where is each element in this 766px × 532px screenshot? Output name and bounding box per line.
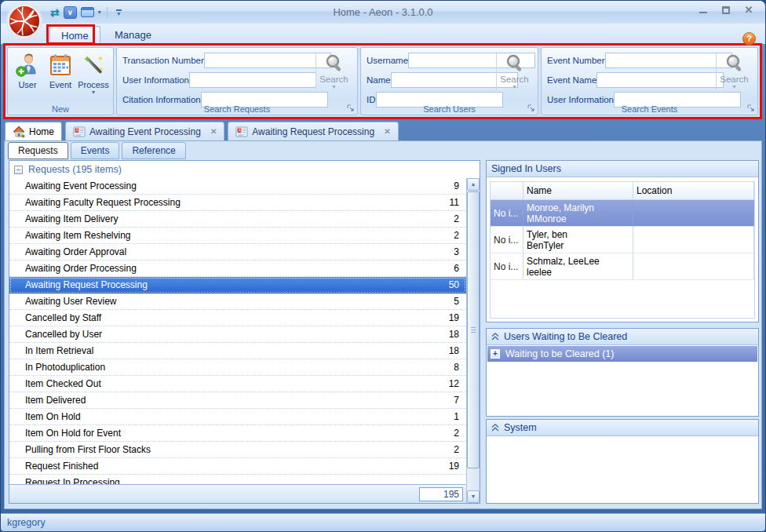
transaction-number-input[interactable]	[204, 53, 331, 68]
close-button[interactable]: ✕	[743, 5, 754, 16]
event-user-information-label: User Information	[547, 95, 614, 104]
list-item[interactable]: Awaiting Event Processing9	[9, 178, 466, 195]
event-number-input[interactable]	[605, 53, 732, 68]
new-event-button[interactable]: Event	[44, 50, 77, 95]
system-header[interactable]: System	[487, 420, 758, 436]
event-name-input[interactable]	[596, 72, 724, 88]
toolbar-divider	[107, 7, 108, 18]
requests-group-header[interactable]: − Requests (195 items)	[9, 161, 466, 178]
request-document-icon: A	[73, 126, 86, 138]
new-user-label: User	[18, 80, 36, 89]
tab-events[interactable]: Events	[71, 142, 120, 159]
queue-icon[interactable]: ∨	[64, 6, 77, 19]
close-tab-icon[interactable]: ✕	[384, 127, 390, 136]
minimize-button[interactable]	[698, 5, 709, 16]
list-item[interactable]: Item Delivered7	[9, 392, 466, 409]
list-item[interactable]: Pulling from First Floor Stacks2	[9, 442, 466, 458]
list-item[interactable]: Awaiting Item Delivery2	[9, 211, 466, 228]
doc-tab-home[interactable]: Home	[5, 122, 62, 140]
new-process-button[interactable]: Process ▾	[77, 50, 110, 95]
dialog-launcher-icon[interactable]	[347, 104, 355, 112]
search-dropdown-icon: ▾	[512, 84, 516, 90]
vertical-scrollbar[interactable]: ▲ ▼	[466, 178, 480, 503]
quick-access-toolbar: ⇄ ∨ ▾ ▾	[50, 5, 122, 20]
col-location: Location	[633, 182, 754, 200]
ribbon-group-search-users: Username Name ID	[360, 47, 538, 115]
list-item-selected[interactable]: Awaiting Request Processing50	[9, 277, 466, 293]
group-label-search-requests: Search Requests	[117, 104, 357, 114]
app-logo-button[interactable]	[5, 2, 43, 40]
requests-total: 195	[419, 487, 463, 501]
window-layout-icon[interactable]	[81, 7, 94, 17]
citation-information-label: Citation Information	[122, 95, 201, 104]
svg-text:A: A	[239, 128, 242, 133]
list-item[interactable]: Awaiting User Review5	[9, 293, 466, 310]
table-row-selected[interactable]: No i... Monroe, MarilynMMonroe	[491, 200, 754, 227]
username-label: Username	[367, 56, 408, 65]
group-label-new: New	[8, 104, 113, 114]
list-item[interactable]: Item Checked Out12	[9, 376, 466, 392]
search-requests-button[interactable]: Search ▾	[316, 52, 352, 90]
doc-tab-awaiting-event-processing[interactable]: A Awaiting Event Processing ✕	[65, 122, 224, 140]
collapse-icon[interactable]: −	[14, 166, 23, 174]
aeon-logo-icon	[5, 2, 43, 40]
requests-rows: Awaiting Event Processing9 Awaiting Facu…	[9, 178, 466, 484]
add-user-icon	[15, 53, 40, 78]
users-waiting-header[interactable]: Users Waiting to Be Cleared	[487, 329, 758, 345]
status-bar: kgregory	[1, 513, 765, 531]
scroll-up-icon[interactable]: ▲	[467, 178, 480, 191]
request-document-icon: A	[235, 126, 248, 138]
list-item[interactable]: Cancelled by Staff19	[9, 310, 466, 326]
event-number-label: Event Number	[547, 56, 605, 65]
help-button[interactable]: ?	[742, 32, 756, 46]
list-item[interactable]: Awaiting Order Processing6	[9, 261, 466, 277]
group-label-search-users: Search Users	[361, 104, 538, 114]
table-row[interactable]: No i... Tyler, benBenTyler	[491, 227, 754, 253]
tab-home[interactable]: Home	[49, 26, 100, 44]
list-item[interactable]: Awaiting Faculty Request Processing11	[9, 195, 466, 211]
dialog-launcher-icon[interactable]	[527, 104, 535, 112]
list-item[interactable]: Item On Hold for Event2	[9, 425, 466, 442]
ribbon-group-search-requests: Transaction Number User Information Cita…	[116, 47, 358, 115]
list-item[interactable]: Awaiting Item Reshelving2	[9, 228, 466, 244]
signed-in-users-table: Name Location No i... Monroe, MarilynMMo…	[490, 181, 755, 319]
window-layout-dropdown-icon[interactable]: ▾	[98, 9, 101, 16]
scroll-down-icon[interactable]: ▼	[467, 490, 480, 503]
right-panel: Signed In Users Name Location No i... Mo…	[486, 160, 759, 504]
scrollbar-thumb[interactable]	[467, 191, 480, 468]
name-label: Name	[367, 75, 391, 85]
view-tab-bar: Requests Events Reference	[8, 142, 186, 159]
waiting-to-be-cleared-item[interactable]: + Waiting to be Cleared (1)	[487, 346, 757, 362]
doc-tab-awaiting-request-processing[interactable]: A Awaiting Request Processing ✕	[228, 122, 398, 140]
search-events-button[interactable]: Search ▾	[716, 52, 752, 90]
user-information-input[interactable]	[189, 72, 316, 88]
list-item[interactable]: In Photoduplication8	[9, 359, 466, 376]
refresh-icon[interactable]: ⇄	[50, 6, 60, 19]
ribbon-group-new: User Event	[7, 47, 114, 115]
user-information-label: User Information	[122, 75, 189, 85]
search-icon	[505, 53, 525, 74]
list-item[interactable]: Awaiting Order Approval3	[9, 244, 466, 261]
ribbon-tab-row: Home Manage	[1, 24, 765, 44]
requests-list-panel: − Requests (195 items) Awaiting Event Pr…	[9, 160, 480, 504]
tab-reference[interactable]: Reference	[122, 142, 185, 159]
maximize-button[interactable]	[720, 5, 731, 16]
dialog-launcher-icon[interactable]	[747, 104, 755, 112]
col-name: Name	[523, 182, 633, 200]
list-item[interactable]: Item On Hold1	[9, 409, 466, 425]
list-item[interactable]: Cancelled by User18	[9, 326, 466, 343]
close-tab-icon[interactable]: ✕	[210, 127, 217, 136]
list-item[interactable]: In Item Retrieval18	[9, 343, 466, 359]
collapse-chevrons-icon[interactable]	[491, 424, 499, 432]
tab-manage[interactable]: Manage	[104, 26, 162, 44]
search-users-button[interactable]: Search ▾	[496, 52, 532, 90]
tab-requests[interactable]: Requests	[8, 142, 68, 159]
table-row[interactable]: No i... Schmalz, LeeLeeleelee	[491, 253, 754, 280]
customize-toolbar-icon[interactable]: ▾	[116, 9, 122, 16]
expand-icon[interactable]: +	[491, 349, 500, 359]
collapse-chevrons-icon[interactable]	[491, 333, 499, 341]
signed-in-username: kgregory	[7, 517, 46, 528]
list-item[interactable]: Request Finished19	[9, 458, 466, 475]
list-item-clipped[interactable]: Request In Processing	[9, 475, 466, 484]
new-user-button[interactable]: User	[11, 50, 44, 95]
